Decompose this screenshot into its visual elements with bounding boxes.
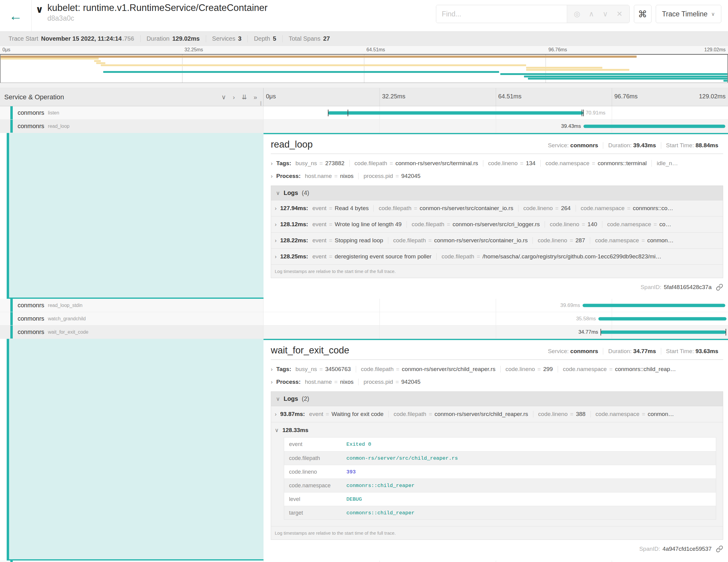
log-entry[interactable]: › 93.87ms: event=Waiting for exit codeco… — [271, 406, 723, 422]
span-name-cell[interactable]: conmonrs watch_grandchild — [0, 312, 264, 325]
logs-header[interactable]: ∨ Logs (2) — [271, 392, 723, 406]
chevron-right-icon[interactable]: › — [275, 254, 277, 260]
collapse-one-icon[interactable]: ∨ — [221, 94, 226, 101]
span-service-name: conmonrs — [18, 123, 44, 130]
span-name-cell[interactable]: conmonrs wait_for_exit_code — [0, 325, 264, 339]
minimap-span — [1, 56, 637, 58]
span-timeline-cell[interactable]: 34.77ms — [264, 325, 728, 339]
detail-meta-item: Service: conmonrs — [543, 348, 603, 355]
chevron-right-icon[interactable]: › — [275, 205, 277, 212]
span-duration-label: 70.91ms — [586, 110, 605, 116]
chevron-right-icon[interactable]: › — [275, 411, 277, 417]
clear-search-icon[interactable]: ✕ — [616, 10, 622, 18]
span-row[interactable]: conmonrs watch_grandchild 35.58ms — [0, 312, 728, 325]
log-entry[interactable]: › 128.25ms: event=deregistering event so… — [271, 249, 723, 265]
span-timeline-cell[interactable]: 35.58ms — [264, 312, 728, 325]
span-timeline-cell[interactable]: 70.91ms — [264, 106, 728, 119]
span-timeline-cell[interactable]: 39.43ms — [264, 120, 728, 133]
tag-chip: event=Read 4 bytes — [312, 205, 374, 212]
chevron-right-icon[interactable]: › — [271, 379, 273, 385]
span-duration-bar[interactable] — [583, 304, 726, 307]
tag-chip: busy_ns=34506763 — [295, 366, 355, 373]
back-button[interactable]: ← — [0, 0, 32, 31]
stat-value: 3 — [238, 35, 241, 42]
span-duration-bar[interactable] — [328, 111, 583, 114]
timeline-tick-label: 96.76ms — [614, 93, 638, 100]
trace-stat: Duration 129.02ms — [141, 35, 206, 42]
column-resizer-grip[interactable]: ∥ — [260, 100, 262, 106]
span-row[interactable]: conmonrs listen 70.91ms — [0, 106, 728, 120]
stat-label: Duration — [147, 35, 170, 42]
log-field-row: target conmonrs::child_reaper — [284, 506, 716, 519]
log-field-row: level DEBUG — [284, 492, 716, 506]
timeline-tick-label: 0μs — [266, 93, 276, 100]
detail-header: wait_for_exit_code Service: conmonrsDura… — [271, 345, 723, 360]
log-field-row: code.namespace conmonrs::child_reaper — [284, 479, 716, 492]
process-chips: host.name=nixosprocess.pid=942045 — [304, 379, 425, 385]
span-row[interactable]: conmonrs read_loop_stdin 39.69ms — [0, 299, 728, 312]
link-icon[interactable] — [716, 284, 723, 291]
find-input[interactable] — [436, 5, 567, 23]
span-name-cell[interactable]: conmonrs read_loop_stdin — [0, 299, 264, 312]
expand-one-icon[interactable]: › — [233, 94, 235, 101]
log-expanded-header[interactable]: ∨ 128.33ms — [275, 427, 719, 434]
trace-collapse-toggle[interactable]: ∨ — [32, 4, 47, 31]
log-fields: event=deregistering event source from po… — [312, 253, 666, 260]
logs-note: Log timestamps are relative to the start… — [271, 265, 723, 278]
chevron-down-icon[interactable]: ∨ — [275, 427, 279, 434]
tag-chip: event=Waiting for exit code — [308, 411, 388, 417]
span-name-cell[interactable]: conmonrs write_exit_path — [0, 560, 264, 562]
process-row[interactable]: › Process: host.name=nixosprocess.pid=94… — [271, 376, 723, 388]
span-duration-bar[interactable] — [598, 317, 726, 320]
log-entry-expanded[interactable]: ∨ 128.33ms event Exited 0 code.filepath … — [271, 422, 723, 526]
next-match-icon[interactable]: ∨ — [603, 10, 608, 18]
chevron-right-icon[interactable]: › — [275, 237, 277, 244]
log-field-row: event Exited 0 — [284, 438, 716, 451]
span-operation-name: read_loop — [48, 124, 70, 129]
detail-left-column — [0, 339, 264, 560]
span-id-label: SpanID: — [639, 546, 660, 552]
chevron-right-icon[interactable]: › — [271, 160, 273, 167]
logs-note: Log timestamps are relative to the start… — [271, 526, 723, 540]
expand-all-icon[interactable]: » — [253, 94, 257, 101]
link-icon[interactable] — [716, 545, 723, 553]
logs-header[interactable]: ∨ Logs (4) — [271, 186, 723, 200]
chevron-right-icon[interactable]: › — [271, 366, 273, 373]
log-entry[interactable]: › 127.94ms: event=Read 4 bytescode.filep… — [271, 200, 723, 216]
collapse-all-icon[interactable]: ⇊ — [242, 94, 247, 101]
prev-match-icon[interactable]: ∧ — [589, 10, 594, 18]
process-label: Process: — [276, 173, 301, 179]
stat-label: Depth — [254, 35, 270, 42]
span-row[interactable]: conmonrs read_loop 39.43ms — [0, 120, 728, 133]
minimap-span — [723, 80, 727, 82]
keyboard-shortcuts-button[interactable]: ⌘ — [634, 5, 651, 23]
span-boundary-tick — [583, 110, 584, 116]
span-name-cell[interactable]: conmonrs listen — [0, 106, 264, 119]
focus-match-icon[interactable]: ◎ — [574, 10, 580, 18]
log-entry[interactable]: › 128.12ms: event=Wrote log line of leng… — [271, 216, 723, 233]
log-field-value: Exited 0 — [346, 441, 371, 447]
trace-minimap[interactable] — [0, 54, 728, 83]
trace-view-selector[interactable]: Trace Timeline ∨ — [656, 5, 721, 23]
tag-chip: code.filepath=/home/sascha/.cargo/regist… — [436, 253, 666, 260]
process-row[interactable]: › Process: host.name=nixosprocess.pid=94… — [271, 170, 723, 182]
tags-row[interactable]: › Tags: busy_ns=34506763code.filepath=co… — [271, 363, 723, 376]
span-row[interactable]: conmonrs wait_for_exit_code 34.77ms — [0, 325, 728, 339]
tags-row[interactable]: › Tags: busy_ns=273882code.filepath=conm… — [271, 157, 723, 170]
logs-section: ∨ Logs (4) › 127.94ms: event=Read 4 byte… — [271, 186, 723, 278]
span-duration-bar[interactable] — [600, 330, 726, 334]
chevron-right-icon[interactable]: › — [275, 221, 277, 228]
tag-chip: code.namespace=conmonrs::child_reap… — [558, 366, 681, 373]
span-row[interactable]: conmonrs write_exit_path 303μs — [0, 560, 728, 562]
span-name-cell[interactable]: conmonrs read_loop — [0, 120, 264, 133]
span-timeline-cell[interactable]: 303μs — [264, 560, 728, 562]
log-timestamp: 127.94ms: — [280, 205, 308, 212]
trace-stat: Services 3 — [206, 35, 248, 42]
log-entry[interactable]: › 128.22ms: event=Stopping read loopcode… — [271, 233, 723, 249]
stat-value: 27 — [323, 35, 330, 42]
log-field-value: conmon-rs/server/src/child_reaper.rs — [346, 455, 458, 461]
span-timeline-cell[interactable]: 39.69ms — [264, 299, 728, 312]
log-field-key: target — [284, 507, 346, 519]
span-duration-bar[interactable] — [583, 124, 726, 128]
chevron-right-icon[interactable]: › — [271, 173, 273, 179]
